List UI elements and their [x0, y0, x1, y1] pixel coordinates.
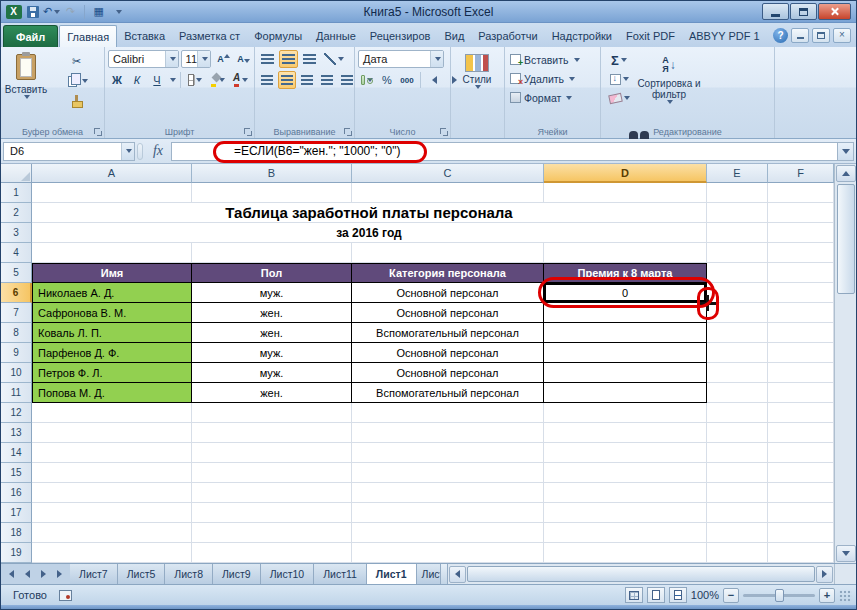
cell-A13[interactable] — [32, 423, 192, 443]
row-header-16[interactable]: 16 — [1, 483, 32, 503]
cell-E10[interactable] — [707, 363, 768, 383]
cell-C7[interactable]: Основной персонал — [352, 303, 544, 323]
cell-C15[interactable] — [352, 463, 544, 483]
workbook-close-button[interactable]: × — [833, 28, 851, 43]
cell-F9[interactable] — [768, 343, 834, 363]
cell-E3[interactable] — [707, 223, 768, 243]
orientation-button[interactable] — [321, 50, 347, 68]
cell-D6[interactable]: 0 — [544, 283, 707, 303]
next-sheet-button[interactable] — [36, 566, 51, 582]
table-view-button[interactable]: ▦ — [90, 4, 107, 20]
cell-E6[interactable] — [707, 283, 768, 303]
cell-E9[interactable] — [707, 343, 768, 363]
sheet-tab-list10[interactable]: Лист10 — [261, 564, 315, 584]
clipboard-dialog-launcher[interactable] — [94, 128, 102, 136]
scroll-right-button[interactable] — [816, 566, 833, 583]
column-header-A[interactable]: A — [32, 164, 192, 183]
last-sheet-button[interactable] — [52, 566, 67, 582]
cut-button[interactable]: ✂ — [52, 52, 101, 70]
cell-D4[interactable] — [544, 243, 707, 263]
underline-button[interactable]: Ч — [148, 71, 166, 89]
cell-D18[interactable] — [544, 523, 707, 543]
sheet-tab-list-cut[interactable]: Лист — [417, 564, 441, 584]
cell-D12[interactable] — [544, 403, 707, 423]
comma-style-button[interactable]: 000 — [398, 71, 416, 89]
paste-button[interactable]: Вставить — [4, 50, 48, 122]
cell-D8[interactable] — [544, 323, 707, 343]
styles-button[interactable]: Стили — [454, 50, 500, 122]
cell-F15[interactable] — [768, 463, 834, 483]
insert-function-button[interactable]: fx — [145, 143, 171, 159]
sheet-tab-list8[interactable]: Лист8 — [165, 564, 213, 584]
zoom-out-button[interactable]: − — [723, 588, 739, 603]
page-break-view-button[interactable] — [669, 587, 687, 603]
cell-F2[interactable] — [768, 203, 834, 223]
cell-B18[interactable] — [192, 523, 352, 543]
tab-foxit-pdf[interactable]: Foxit PDF — [619, 25, 682, 47]
cell-A9[interactable]: Парфенов Д. Ф. — [32, 343, 192, 363]
sheet-tab-list7[interactable]: Лист7 — [70, 564, 118, 584]
sheet-tab-list5[interactable]: Лист5 — [118, 564, 166, 584]
zoom-slider-thumb[interactable] — [775, 589, 784, 602]
percent-style-button[interactable]: % — [378, 71, 396, 89]
excel-logo-icon[interactable]: X — [5, 4, 22, 20]
number-format-select[interactable]: Дата — [358, 50, 444, 68]
cell-D14[interactable] — [544, 443, 707, 463]
cell-C9[interactable]: Основной персонал — [352, 343, 544, 363]
cell-C8[interactable]: Вспомогательный персонал — [352, 323, 544, 343]
redo-button[interactable]: ↷ — [62, 4, 79, 20]
cell-B9[interactable]: муж. — [192, 343, 352, 363]
cell-A4[interactable] — [32, 243, 192, 263]
row-header-12[interactable]: 12 — [1, 403, 32, 423]
font-dialog-launcher[interactable] — [244, 128, 252, 136]
merged-title-cell[interactable]: Таблица заработной платы персонала — [32, 203, 707, 223]
cell-C17[interactable] — [352, 503, 544, 523]
formula-input[interactable]: =ЕСЛИ(B6="жен."; "1000"; "0") — [171, 142, 838, 161]
header-cell-D5[interactable]: Премия к 8 марта — [544, 263, 707, 283]
cell-F7[interactable] — [768, 303, 834, 323]
cell-F18[interactable] — [768, 523, 834, 543]
align-right-button[interactable] — [298, 71, 316, 89]
cell-E13[interactable] — [707, 423, 768, 443]
cell-E18[interactable] — [707, 523, 768, 543]
cell-F13[interactable] — [768, 423, 834, 443]
cell-D15[interactable] — [544, 463, 707, 483]
vertical-scrollbar[interactable] — [834, 164, 856, 563]
insert-cells-button[interactable]: Вставить — [508, 50, 597, 69]
row-header-15[interactable]: 15 — [1, 463, 32, 483]
decrease-indent-button[interactable] — [318, 71, 336, 89]
accounting-format-button[interactable] — [358, 71, 376, 89]
cell-F11[interactable] — [768, 383, 834, 403]
sheet-tab-list9[interactable]: Лист9 — [213, 564, 261, 584]
cell-F8[interactable] — [768, 323, 834, 343]
tab-file[interactable]: Файл — [3, 25, 58, 47]
cell-C1[interactable] — [352, 183, 544, 203]
cell-E12[interactable] — [707, 403, 768, 423]
cell-B15[interactable] — [192, 463, 352, 483]
cell-A8[interactable]: Коваль Л. П. — [32, 323, 192, 343]
zoom-slider[interactable] — [743, 594, 815, 597]
tab-abbyy-pdf[interactable]: ABBYY PDF 1 — [682, 25, 767, 47]
column-header-B[interactable]: B — [192, 164, 352, 183]
italic-button[interactable]: К — [128, 71, 146, 89]
cell-A15[interactable] — [32, 463, 192, 483]
cell-C14[interactable] — [352, 443, 544, 463]
qat-customize-button[interactable] — [109, 4, 126, 20]
cell-E1[interactable] — [707, 183, 768, 203]
scroll-left-button[interactable] — [449, 566, 466, 583]
cell-C16[interactable] — [352, 483, 544, 503]
cell-F1[interactable] — [768, 183, 834, 203]
cell-F5[interactable] — [768, 263, 834, 283]
cell-B19[interactable] — [192, 543, 352, 563]
sheet-tab-list11[interactable]: Лист11 — [314, 564, 367, 584]
format-cells-button[interactable]: Формат — [508, 88, 597, 107]
row-header-9[interactable]: 9 — [1, 343, 32, 363]
cell-E17[interactable] — [707, 503, 768, 523]
cell-D16[interactable] — [544, 483, 707, 503]
vertical-scroll-thumb[interactable] — [837, 184, 855, 294]
cell-B14[interactable] — [192, 443, 352, 463]
row-header-18[interactable]: 18 — [1, 523, 32, 543]
cell-A11[interactable]: Попова М. Д. — [32, 383, 192, 403]
cell-B4[interactable] — [192, 243, 352, 263]
cell-D19[interactable] — [544, 543, 707, 563]
